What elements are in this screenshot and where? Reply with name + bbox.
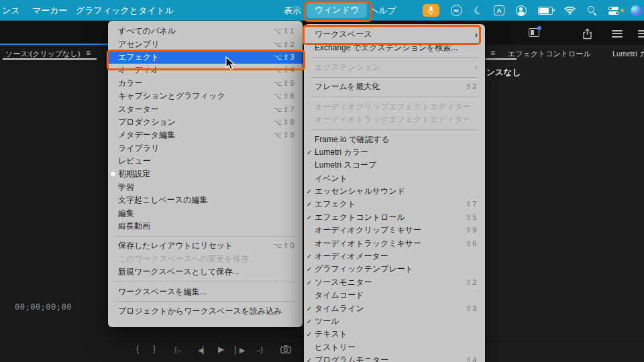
menu-item-vertical-video[interactable]: 縦長動画	[108, 220, 303, 233]
menu-separator	[115, 301, 296, 302]
spotlight-search-icon[interactable]	[587, 5, 597, 15]
menu-item-extensions[interactable]: エクステンション›	[304, 61, 485, 74]
menu-item-label: Lumetri カラー	[315, 147, 368, 158]
creative-cloud-icon[interactable]: ∞	[451, 5, 462, 16]
menu-item-label: カラー	[118, 78, 143, 89]
menu-item-label: タイムコード	[315, 290, 364, 301]
menu-item-timeline[interactable]: ✓タイムライン⇧3	[304, 302, 485, 314]
menu-item-editing[interactable]: 編集	[108, 206, 303, 219]
mark-out-button[interactable]: }	[153, 344, 156, 353]
menu-item-label: オーディオトラックエフェクトエディター	[315, 114, 471, 125]
menu-item-save-as-new[interactable]: 新規ワークスペースとして保存...	[108, 265, 303, 278]
menu-item-workspace[interactable]: ワークスペース›	[304, 28, 485, 41]
menu-item-color-workspace[interactable]: カラー⌥⇧5	[108, 77, 303, 90]
tab-effect-controls[interactable]: エフェクトコントロール	[508, 49, 591, 59]
menu-item-production[interactable]: プロダクション⌥⇧8	[108, 116, 303, 129]
export-frame-button[interactable]	[280, 345, 292, 356]
menu-item-effects-workspace[interactable]: エフェクト⌥⇧3	[108, 51, 303, 64]
menu-item-label: ライブラリ	[118, 143, 159, 154]
menu-item-audio-track-mixer[interactable]: オーディオトラックミキサー⇧6	[304, 237, 485, 249]
menu-item-events[interactable]: イベント	[304, 172, 485, 185]
menu-item-shortcut: ⇧2	[466, 82, 478, 91]
share-export-icon[interactable]	[582, 28, 592, 42]
play-button[interactable]: ▶	[218, 345, 224, 354]
menu-item-edit-workspaces[interactable]: ワークスペースを編集...	[108, 285, 303, 298]
menu-item-label: 保存したレイアウトにリセット	[118, 240, 233, 251]
menu-item-effects[interactable]: ✓エフェクト⇧7	[304, 198, 485, 210]
menu-item-all-panels[interactable]: すべてのパネル⌥⇧1	[108, 25, 303, 38]
menu-item-text[interactable]: ✓テキスト	[304, 328, 485, 341]
workspace-menu-icon[interactable]	[612, 28, 623, 39]
menu-item-review[interactable]: レビュー	[108, 155, 303, 168]
menu-item-essential-sound[interactable]: ✓エッセンシャルサウンド	[304, 185, 485, 198]
menubar-item-view[interactable]: 表示	[284, 0, 301, 21]
control-center-icon[interactable]	[608, 6, 619, 15]
menu-item-label: プログラムモニター	[315, 355, 388, 362]
menu-item-audio-meters[interactable]: ✓オーディオメーター	[304, 250, 485, 263]
step-forward-button[interactable]: ▏▶	[235, 345, 244, 355]
source-timecode[interactable]: 00;00;00;00	[15, 302, 72, 312]
wifi-icon[interactable]	[564, 6, 576, 15]
workspace-overlay-icon[interactable]	[529, 28, 539, 37]
menu-item-label: ワークスペースを編集...	[118, 286, 207, 298]
menu-item-shortcut: ⇧3	[466, 304, 478, 313]
menu-item-starter[interactable]: スターター⌥⇧7	[108, 103, 303, 115]
panel-menu-icon[interactable]: ≡	[490, 48, 495, 58]
menu-item-program-monitor[interactable]: ✓プログラムモニター⇧4	[304, 354, 485, 362]
menu-item-frameio[interactable]: Frame.io で確認する	[304, 133, 485, 145]
go-to-out-button[interactable]: →}	[254, 345, 262, 354]
mark-in-button[interactable]: {	[136, 344, 139, 353]
menu-item-tools[interactable]: ✓ツール	[304, 315, 485, 328]
siri-icon[interactable]	[631, 5, 641, 16]
menu-item-label: オーディオメーター	[315, 251, 388, 262]
tab-source-clip[interactable]: ソース:(クリップなし)	[5, 49, 80, 59]
menu-item-libraries[interactable]: ライブラリ	[108, 142, 303, 155]
menu-item-import-workspace[interactable]: プロジェクトからワークスペースを読み込み	[108, 305, 303, 318]
go-to-in-button[interactable]: {←	[174, 345, 182, 354]
menu-item-label: イベント	[315, 173, 347, 184]
menu-item-audio-clip-effect-editor[interactable]: オーディオクリップエフェクトエディター	[304, 101, 485, 113]
menubar-item-marker[interactable]: マーカー	[32, 0, 68, 21]
menubar-item-help[interactable]: ヘルプ	[370, 0, 396, 21]
menu-item-exchange-search[interactable]: Exchange でエクステンションを検索...	[304, 41, 485, 54]
moon-focus-icon[interactable]: ☾	[472, 3, 484, 17]
screen: ンスマーカーグラフィックとタイトル表示ヘルプ ∞☾A ソース:(クリップなし) …	[0, 0, 644, 362]
menu-item-lumetri-color[interactable]: ✓Lumetri カラー	[304, 146, 485, 159]
microphone-active-icon[interactable]	[423, 4, 439, 17]
menu-item-graphic-templates[interactable]: ✓グラフィックテンプレート	[304, 263, 485, 276]
menubar-item-sequence-partial[interactable]: ンス	[2, 0, 20, 21]
menu-item-reset-layout[interactable]: 保存したレイアウトにリセット⌥⇧0	[108, 239, 303, 252]
panel-menu-icon[interactable]: ≡	[86, 48, 91, 58]
menu-item-label: ワークスペース	[315, 29, 372, 40]
input-source-icon[interactable]: A	[494, 5, 504, 15]
battery-icon[interactable]	[538, 7, 553, 15]
menu-item-timecode[interactable]: タイムコード	[304, 289, 485, 302]
menu-item-source-monitor[interactable]: ✓ソースモニター⇧2	[304, 276, 485, 289]
menu-item-label: ツール	[315, 316, 339, 327]
user-account-icon[interactable]	[516, 5, 527, 16]
menu-item-transcript-based-editing[interactable]: 文字起こしベースの編集	[108, 194, 303, 206]
menu-item-label: エフェクト	[315, 198, 356, 210]
menu-item-audio-workspace[interactable]: オーディオ⌥⇧4	[108, 64, 303, 76]
menu-item-default-workspace[interactable]: 初期設定	[108, 168, 303, 180]
menu-item-audio-clip-mixer[interactable]: オーディオクリップミキサー⇧9	[304, 224, 485, 237]
menu-item-label: エフェクトコントロール	[315, 212, 405, 223]
menu-item-audio-track-effect-editor[interactable]: オーディオトラックエフェクトエディター	[304, 113, 485, 126]
menu-item-effect-controls[interactable]: ✓エフェクトコントロール⇧5	[304, 211, 485, 224]
menu-item-assembly[interactable]: アセンブリ⌥⇧2	[108, 38, 303, 50]
menubar-item-window[interactable]: ウィンドウ	[307, 2, 367, 18]
menubar-item-graphics-titles[interactable]: グラフィックとタイトル	[76, 0, 174, 21]
menu-item-history[interactable]: ヒストリー	[304, 341, 485, 354]
panel-options-partial-icon[interactable]	[638, 28, 644, 39]
menu-item-captions-graphics[interactable]: キャプションとグラフィック⌥⇧6	[108, 90, 303, 103]
menu-item-maximize-frame[interactable]: フレームを最大化⇧2	[304, 80, 485, 93]
menu-item-metadata-edit[interactable]: メタデータ編集⌥⇧9	[108, 129, 303, 141]
menu-item-label: オーディオ	[118, 64, 159, 76]
step-back-button[interactable]: ◀▏	[198, 345, 207, 355]
menu-item-lumetri-scopes[interactable]: Lumetri スコープ	[304, 159, 485, 172]
menu-item-label: Lumetri スコープ	[315, 160, 376, 171]
tab-lumetri-clipped[interactable]: Lumetri カ	[612, 49, 644, 59]
selected-workspace-dot-icon	[108, 170, 118, 178]
menu-item-save-changes[interactable]: このワークスペースへの変更を保存	[108, 253, 303, 265]
menu-item-learning[interactable]: 学習	[108, 181, 303, 194]
